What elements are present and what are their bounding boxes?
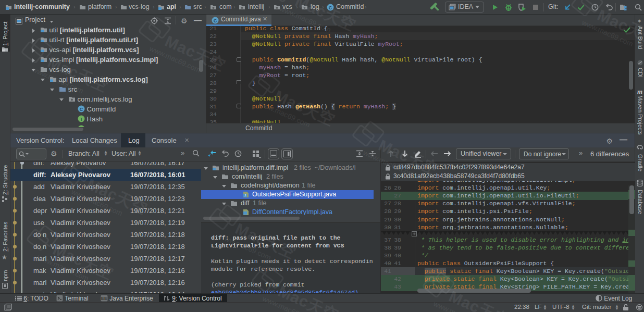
svg-text:J: J	[244, 194, 246, 197]
svg-text:EE: EE	[101, 296, 107, 301]
svg-text:C: C	[329, 5, 332, 10]
svg-text:I: I	[81, 117, 82, 122]
svg-text:C: C	[214, 18, 217, 23]
svg-text:C: C	[80, 107, 83, 112]
